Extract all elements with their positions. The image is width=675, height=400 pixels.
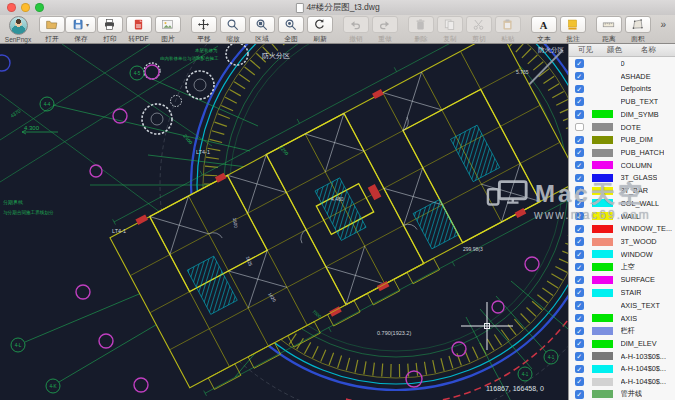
refresh-button[interactable]: 刷新 — [305, 16, 334, 44]
pan-icon — [197, 18, 210, 31]
layer-visibility-checkbox[interactable]: ✓ — [575, 59, 584, 68]
layer-visibility-checkbox[interactable]: ✓ — [575, 377, 584, 386]
drawing-canvas[interactable]: 防火分区防火分区4.3004370分期界线与分期合同施工界线划分LT4-1LT4… — [0, 44, 568, 400]
layer-visibility-checkbox[interactable]: ✓ — [575, 199, 584, 208]
layer-visibility-checkbox[interactable]: ✓ — [575, 314, 584, 323]
layer-color-swatch[interactable] — [592, 161, 613, 169]
save-dropdown-caret[interactable]: ▾ — [86, 21, 89, 28]
layer-row: ✓A-H-103$0$... — [569, 350, 675, 363]
layer-visibility-checkbox[interactable]: ✓ — [575, 263, 584, 272]
annotate-button[interactable]: 批注 — [558, 16, 587, 44]
layer-color-swatch[interactable] — [592, 199, 613, 207]
ruler-icon — [602, 18, 615, 31]
layer-color-swatch[interactable] — [592, 72, 613, 80]
layer-color-swatch[interactable] — [592, 123, 613, 131]
layer-visibility-checkbox[interactable]: ✓ — [575, 212, 584, 221]
layer-color-swatch[interactable] — [592, 301, 613, 309]
layer-color-swatch[interactable] — [592, 187, 613, 195]
layer-row: ✓A-H-104$0$... — [569, 375, 675, 388]
layer-visibility-checkbox[interactable]: ✓ — [575, 174, 584, 183]
layer-visibility-checkbox[interactable]: ✓ — [575, 365, 584, 374]
zoom-tool-button[interactable]: 缩放 — [218, 16, 247, 44]
layer-visibility-checkbox[interactable]: ✓ — [575, 288, 584, 297]
layer-visibility-checkbox[interactable]: ✓ — [575, 161, 584, 170]
copy-button[interactable]: 复制 — [435, 16, 464, 44]
layer-color-swatch[interactable] — [592, 110, 613, 118]
toolbar-overflow-chevron[interactable]: » — [660, 16, 671, 30]
layer-visibility-checkbox[interactable]: ✓ — [575, 85, 584, 94]
layer-visibility-checkbox[interactable]: ✓ — [575, 148, 584, 157]
layer-color-swatch[interactable] — [592, 85, 613, 93]
svg-text:A: A — [540, 20, 548, 31]
canvas-label: 0.790(1923.2) — [377, 330, 411, 336]
layer-color-swatch[interactable] — [592, 276, 613, 284]
minimize-button[interactable] — [21, 3, 30, 12]
canvas-label: 4.460 — [331, 196, 344, 202]
layer-visibility-checkbox[interactable]: ✓ — [575, 352, 584, 361]
user-account[interactable]: SenPngx — [3, 16, 33, 43]
layer-row: ✓DIM_SYMB — [569, 108, 675, 121]
layer-color-swatch[interactable] — [592, 289, 613, 297]
layer-visibility-checkbox[interactable]: ✓ — [575, 327, 584, 336]
zoom-region-button[interactable]: 区域 — [247, 16, 276, 44]
layer-name: 栏杆 — [621, 326, 636, 336]
layer-color-swatch[interactable] — [592, 238, 613, 246]
user-avatar-icon — [9, 16, 28, 35]
layer-visibility-checkbox[interactable]: ✓ — [575, 339, 584, 348]
export-image-button[interactable]: 图片 — [153, 16, 182, 44]
cut-button[interactable]: 剪切 — [464, 16, 493, 44]
layer-visibility-checkbox[interactable]: ✓ — [575, 276, 584, 285]
axis-bubble-label: 4-1 — [522, 372, 529, 377]
layer-visibility-checkbox[interactable]: ✓ — [575, 110, 584, 119]
layer-color-swatch[interactable] — [592, 365, 613, 373]
print-button[interactable]: 打印 — [95, 16, 124, 44]
close-button[interactable] — [7, 3, 16, 12]
layer-color-swatch[interactable] — [592, 378, 613, 386]
measure-area-button[interactable]: 面积 — [623, 16, 652, 44]
zoom-button[interactable] — [35, 3, 44, 12]
layer-visibility-checkbox[interactable]: ✓ — [575, 225, 584, 234]
layer-color-swatch[interactable] — [592, 136, 613, 144]
layer-visibility-checkbox[interactable]: ✓ — [575, 390, 584, 399]
layer-row: ✓STAIR — [569, 286, 675, 299]
layer-visibility-checkbox[interactable]: ✓ — [575, 301, 584, 310]
layer-visibility-checkbox[interactable]: ✓ — [575, 72, 584, 81]
layer-color-swatch[interactable] — [592, 390, 613, 398]
layer-color-swatch[interactable] — [592, 174, 613, 182]
layer-visibility-checkbox[interactable]: ✓ — [575, 237, 584, 246]
layer-visibility-checkbox[interactable]: ✓ — [575, 250, 584, 259]
layer-row: ✓ASHADE — [569, 70, 675, 83]
redo-button[interactable]: 重做 — [370, 16, 399, 44]
export-pdf-button[interactable]: 转PDF — [124, 16, 153, 44]
layer-visibility-checkbox[interactable]: ✓ — [575, 97, 584, 106]
layer-name: WINDOW — [621, 250, 653, 259]
delete-button[interactable]: 删除 — [406, 16, 435, 44]
layer-color-swatch[interactable] — [592, 212, 613, 220]
layer-visibility-checkbox[interactable]: ✓ — [575, 186, 584, 195]
layer-color-swatch[interactable] — [592, 250, 613, 258]
canvas-label: 防火分区 — [538, 46, 565, 54]
pan-button[interactable]: 平移 — [189, 16, 218, 44]
save-button[interactable]: ▾ 保存 — [66, 16, 95, 44]
layer-visibility-checkbox[interactable] — [575, 123, 584, 132]
layer-color-swatch[interactable] — [592, 327, 613, 335]
undo-button[interactable]: 撤销 — [341, 16, 370, 44]
magnifier-region-icon — [255, 18, 268, 31]
layer-color-swatch[interactable] — [592, 98, 613, 106]
paste-button[interactable]: 粘贴 — [493, 16, 522, 44]
layer-color-swatch[interactable] — [592, 149, 613, 157]
open-button[interactable]: 打开 — [37, 16, 66, 44]
text-button[interactable]: A 文本 — [529, 16, 558, 44]
layer-color-swatch[interactable] — [592, 340, 613, 348]
axis-bubble-label: 4-1 — [548, 355, 555, 360]
layer-color-swatch[interactable] — [592, 263, 613, 271]
layer-visibility-checkbox[interactable]: ✓ — [575, 136, 584, 145]
layer-color-swatch[interactable] — [592, 59, 613, 67]
header-visible: 可见 — [578, 45, 593, 55]
zoom-extents-button[interactable]: 全图 — [276, 16, 305, 44]
layer-color-swatch[interactable] — [592, 314, 613, 322]
measure-distance-button[interactable]: 距离 — [594, 16, 623, 44]
layer-color-swatch[interactable] — [592, 352, 613, 360]
canvas-label: LT4-1 — [112, 228, 126, 234]
layer-color-swatch[interactable] — [592, 225, 613, 233]
